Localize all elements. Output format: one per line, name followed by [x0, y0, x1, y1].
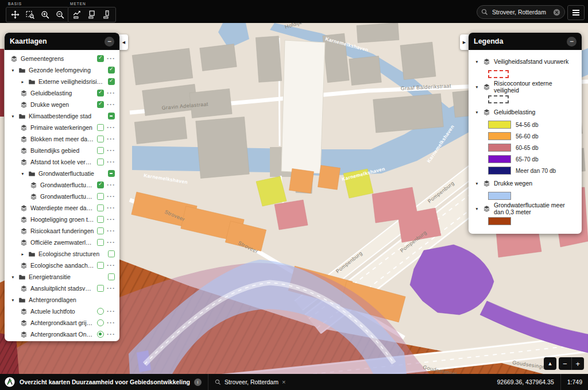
layer-menu-icon[interactable]: ··· [107, 308, 115, 314]
layer-item-aansluitplicht-stadsverwarming[interactable]: Aansluitplicht stadsverwarming··· [5, 283, 119, 294]
layer-checkbox[interactable] [97, 216, 104, 223]
caret-down-icon[interactable]: ▾ [10, 275, 16, 280]
caret-down-icon[interactable]: ▾ [474, 59, 479, 64]
layer-folder-achtergrondlagen[interactable]: ▾Achtergrondlagen [5, 294, 119, 306]
layer-checkbox[interactable] [97, 159, 104, 165]
info-icon[interactable]: i [194, 379, 202, 386]
caret-down-icon[interactable]: ▾ [20, 171, 25, 176]
layer-checkbox[interactable] [97, 204, 104, 211]
tool-box-zoom-button[interactable] [23, 9, 37, 21]
layer-item-actuele-luchtfoto[interactable]: Actuele luchtfoto··· [5, 306, 119, 317]
layer-item-achtergrondkaart-grijs-brt[interactable]: Achtergrondkaart grijs (BRT)··· [5, 317, 119, 329]
zoom-out-button[interactable]: − [559, 357, 571, 370]
layer-checkbox[interactable] [97, 227, 104, 234]
tool-measure-area-button[interactable] [85, 9, 99, 21]
layer-item-achtergrondkaart-onemap-nieu[interactable]: Achtergrondkaart Onemap (Nieu...··· [5, 329, 119, 340]
layer-menu-icon[interactable]: ··· [107, 320, 115, 326]
layer-folder-klimaatbestendige-stad[interactable]: ▾Klimaatbestendige stad [5, 110, 119, 122]
collapse-layers-tab[interactable]: ◀ [119, 34, 128, 50]
tool-pan-button[interactable] [8, 9, 22, 21]
layer-item-hoogteligging-groen-tov-uitgiftep[interactable]: Hoogteligging groen tov uitgiftep...··· [5, 214, 119, 225]
layer-radio[interactable] [97, 331, 104, 338]
caret-down-icon[interactable]: ▾ [474, 84, 479, 90]
layer-menu-icon[interactable]: ··· [107, 240, 115, 245]
layer-item-geluidbelasting[interactable]: Geluidbelasting··· [5, 87, 119, 99]
layer-menu-icon[interactable]: ··· [107, 205, 115, 211]
clear-search-icon[interactable] [553, 9, 560, 16]
tool-zoom-out-button[interactable] [53, 9, 67, 21]
tool-measure-height-button[interactable] [100, 9, 114, 21]
layer-checkbox[interactable] [97, 182, 104, 188]
layer-checkbox[interactable] [108, 78, 115, 85]
collapse-legend-panel-button[interactable]: − [567, 37, 577, 47]
caret-down-icon[interactable]: ▾ [474, 206, 479, 211]
search-tag-close-icon[interactable]: × [282, 379, 285, 385]
layer-menu-icon[interactable]: ··· [107, 217, 115, 222]
layer-checkbox[interactable] [97, 285, 104, 292]
layer-radio[interactable] [97, 308, 104, 315]
legend-group-risicocontour-externe-veiligheid[interactable]: ▾Risicocontour externe veiligheid [474, 81, 576, 92]
legend-group-drukke-wegen[interactable]: ▾Drukke wegen [474, 177, 576, 189]
layer-item-grondwaterfluctuatie-meer-da[interactable]: Grondwaterfluctuatie meer da...··· [5, 179, 119, 191]
layer-checkbox[interactable] [108, 113, 115, 119]
search-input[interactable] [491, 8, 550, 16]
layer-item-primaire-waterkeringen[interactable]: Primaire waterkeringen··· [5, 122, 119, 133]
legend-group-grondwaterfluctuatie-meer-dan-0-3-meter[interactable]: ▾Grondwaterfluctuatie meer dan 0,3 meter [474, 203, 576, 214]
caret-down-icon[interactable]: ▾ [10, 298, 16, 303]
layer-checkbox[interactable] [108, 170, 115, 177]
caret-down-icon[interactable]: ▾ [474, 181, 479, 186]
caret-down-icon[interactable]: ▾ [10, 68, 16, 73]
legend-group-veiligheidsafstand-vuurwerk[interactable]: ▾Veiligheidsafstand vuurwerk [474, 56, 576, 67]
search-bar[interactable] [477, 5, 565, 19]
layer-folder-externe-veiligheidsrisico-s[interactable]: ▸Externe veiligheidsrisico's [5, 76, 119, 87]
layer-menu-icon[interactable]: ··· [107, 136, 115, 142]
layer-item-buitendijks-gebied[interactable]: Buitendijks gebied··· [5, 145, 119, 156]
layer-checkbox[interactable] [97, 193, 104, 200]
layer-item-blokken-met-meer-dan-10-panden[interactable]: Blokken met meer dan 10 panden...··· [5, 133, 119, 145]
layer-checkbox[interactable] [97, 124, 104, 131]
tool-measure-line-button[interactable] [70, 9, 84, 21]
layer-item-ecologische-aandachtsgebieden[interactable]: Ecologische aandachtsgebieden··· [5, 260, 119, 271]
layer-menu-icon[interactable]: ··· [107, 285, 115, 291]
layer-menu-icon[interactable]: ··· [107, 56, 115, 61]
collapse-layers-panel-button[interactable]: − [105, 37, 114, 47]
layer-folder-energietransitie[interactable]: ▾Energietransitie [5, 271, 119, 283]
layer-menu-icon[interactable]: ··· [107, 148, 115, 153]
layer-checkbox[interactable] [97, 101, 104, 108]
layer-menu-icon[interactable]: ··· [107, 159, 115, 165]
collapse-legend-tab[interactable]: ▶ [460, 34, 469, 50]
layer-item-gemeentegrens[interactable]: Gemeentegrens··· [5, 53, 119, 64]
layer-checkbox[interactable] [97, 262, 104, 269]
layer-item-offici-le-zwemwaterlocaties[interactable]: Officiële zwemwaterlocaties··· [5, 237, 119, 248]
layer-item-waterdiepte-meer-dan-25-cm[interactable]: Waterdiepte meer dan 25 cm··· [5, 202, 119, 214]
layer-menu-icon[interactable]: ··· [107, 125, 115, 130]
menu-button[interactable] [567, 5, 585, 20]
caret-down-icon[interactable]: ▾ [474, 110, 479, 115]
layer-menu-icon[interactable]: ··· [107, 90, 115, 96]
layer-radio[interactable] [97, 319, 104, 326]
layer-menu-icon[interactable]: ··· [107, 228, 115, 234]
layer-folder-ecologische-structuren[interactable]: ▸Ecologische structuren [5, 248, 119, 260]
layer-checkbox[interactable] [97, 136, 104, 142]
layer-item-afstand-tot-koele-verblijfsplekken[interactable]: Afstand tot koele verblijfsplekken··· [5, 156, 119, 168]
layer-item-drukke-wegen[interactable]: Drukke wegen··· [5, 99, 119, 110]
layer-menu-icon[interactable]: ··· [107, 331, 115, 337]
legend-group-geluidbelasting[interactable]: ▾Geluidbelasting [474, 106, 576, 118]
layer-folder-gezonde-leefomgeving[interactable]: ▾Gezonde leefomgeving [5, 64, 119, 76]
layer-checkbox[interactable] [108, 250, 115, 257]
layer-checkbox[interactable] [97, 147, 104, 154]
layer-menu-icon[interactable]: ··· [107, 182, 115, 188]
layer-menu-icon[interactable]: ··· [107, 262, 115, 268]
layer-item-risicokaart-funderingen[interactable]: Risicokaart funderingen··· [5, 225, 119, 237]
layer-checkbox[interactable] [97, 239, 104, 246]
layer-folder-grondwaterfluctuatie[interactable]: ▾Grondwaterfluctuatie [5, 168, 119, 179]
zoom-in-button[interactable]: + [571, 357, 585, 370]
caret-down-icon[interactable]: ▾ [10, 114, 16, 119]
layer-checkbox[interactable] [108, 273, 115, 280]
north-button[interactable]: ▲ [544, 357, 556, 370]
layer-item-grondwaterfluctuatie[interactable]: Grondwaterfluctuatie··· [5, 191, 119, 202]
tool-zoom-in-button[interactable] [38, 9, 52, 21]
caret-right-icon[interactable]: ▸ [20, 252, 25, 257]
layer-checkbox[interactable] [97, 90, 104, 96]
caret-right-icon[interactable]: ▸ [20, 79, 25, 84]
